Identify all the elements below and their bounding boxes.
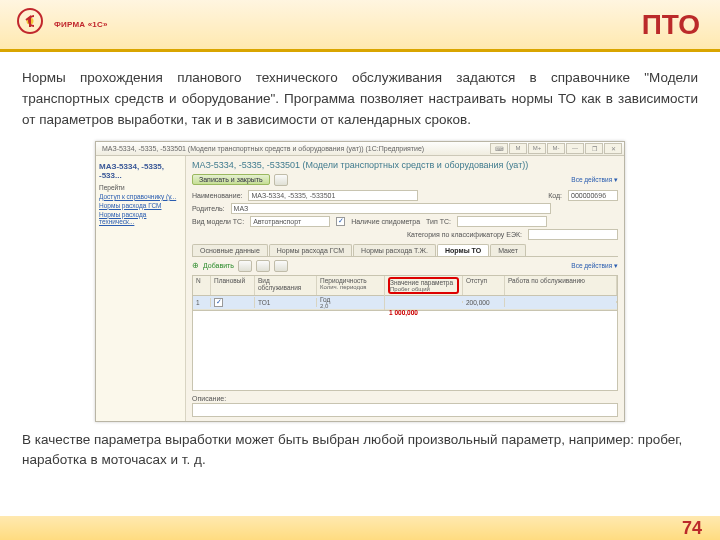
form-pane: МАЗ-5334, -5335, -533501 (Модели транспо… [186, 156, 624, 421]
all-actions-link[interactable]: Все действия ▾ [571, 176, 618, 184]
add-icon[interactable]: ⊕ [192, 261, 199, 270]
page-title: ПТО [642, 9, 700, 41]
tab-main[interactable]: Основные данные [192, 244, 268, 256]
description-label: Описание: [192, 395, 618, 402]
ts-type-label: Тип ТС: [426, 218, 451, 225]
save-close-button[interactable]: Записать и закрыть [192, 174, 270, 185]
tabs: Основные данные Нормы расхода ГСМ Нормы … [192, 244, 618, 257]
tab-layout[interactable]: Макет [490, 244, 526, 256]
left-nav-pane: МАЗ-5334, -5335, -533... Перейти Доступ … [96, 156, 186, 421]
col-work: Работа по обслуживанию [505, 276, 617, 295]
restore-icon[interactable]: ❐ [585, 143, 603, 154]
mem-mp[interactable]: М+ [528, 143, 546, 154]
highlighted-column: Значение параметра Пробег общий [388, 277, 459, 294]
page-number: 74 [682, 518, 702, 539]
grid-all-actions[interactable]: Все действия ▾ [571, 262, 618, 270]
move-up-icon[interactable] [256, 260, 270, 272]
intro-paragraph: Нормы прохождения планового технического… [0, 52, 720, 139]
col-period: Периодичность Колич. периодов [317, 276, 385, 295]
parent-label: Родитель: [192, 205, 225, 212]
tab-gsm[interactable]: Нормы расхода ГСМ [269, 244, 352, 256]
move-down-icon[interactable] [274, 260, 288, 272]
ezk-field[interactable] [528, 229, 618, 240]
minimize-icon[interactable]: — [566, 143, 584, 154]
logo-subtitle: ФИРМА «1С» [54, 20, 108, 29]
document-title: МАЗ-5334, -5335, -533501 (Модели транспо… [192, 160, 618, 170]
nav-section-label: Перейти [99, 184, 182, 191]
code-field[interactable]: 000000696 [568, 190, 618, 201]
mem-mm[interactable]: М- [547, 143, 565, 154]
description-field[interactable] [192, 403, 618, 417]
name-label: Наименование: [192, 192, 242, 199]
nav-heading: МАЗ-5334, -5335, -533... [99, 162, 182, 180]
close-icon[interactable]: ✕ [604, 143, 622, 154]
logo: ФИРМА «1С» [10, 5, 108, 45]
app-screenshot: МАЗ-5334, -5335, -533501 (Модели транспо… [95, 141, 625, 422]
logo-1c-icon [10, 5, 50, 45]
nav-link-gsm[interactable]: Нормы расхода ГСМ [99, 202, 182, 209]
parent-field[interactable]: МАЗ [231, 203, 551, 214]
tab-to[interactable]: Нормы ТО [437, 244, 489, 256]
nav-link-access[interactable]: Доступ к справочнику (у... [99, 193, 182, 200]
slide-header: ФИРМА «1С» ПТО [0, 0, 720, 52]
col-service: Вид обслуживания [255, 276, 317, 295]
code-label: Код: [548, 192, 562, 199]
footer-paragraph: В качестве параметра выработки может быт… [0, 422, 720, 471]
speedometer-checkbox[interactable]: ✓ [336, 217, 345, 226]
mem-m[interactable]: М [509, 143, 527, 154]
grid-empty-area [192, 311, 618, 391]
table-row[interactable]: 1 ✓ ТО1 Год 2,0 1 000,000 200,000 [193, 296, 617, 310]
name-field[interactable]: МАЗ-5334, -5335, -533501 [248, 190, 418, 201]
window-titlebar: МАЗ-5334, -5335, -533501 (Модели транспо… [96, 142, 624, 156]
add-button[interactable]: Добавить [203, 262, 234, 269]
save-icon[interactable] [274, 174, 288, 186]
speedometer-label: Наличие спидометра [351, 218, 420, 225]
col-plan: Плановый [211, 276, 255, 295]
to-grid: N Плановый Вид обслуживания Периодичност… [192, 275, 618, 311]
plan-checkbox[interactable]: ✓ [214, 298, 223, 307]
col-n: N [193, 276, 211, 295]
col-offset: Отступ [463, 276, 505, 295]
ezk-label: Категория по классификатору ЕЭК: [407, 231, 522, 238]
tab-tz[interactable]: Нормы расхода Т.Ж. [353, 244, 436, 256]
slide-footer: 74 [0, 516, 720, 540]
window-title: МАЗ-5334, -5335, -533501 (Модели транспо… [102, 145, 424, 152]
nav-link-tech[interactable]: Нормы расхода техническ... [99, 211, 182, 225]
highlighted-value: 1 000,000 [389, 309, 418, 316]
model-type-label: Вид модели ТС: [192, 218, 244, 225]
delete-icon[interactable] [238, 260, 252, 272]
col-param: Значение параметра Пробег общий [385, 276, 463, 295]
ts-type-field[interactable] [457, 216, 547, 227]
calc-icon[interactable]: ⌨ [490, 143, 508, 154]
model-type-field[interactable]: Автотранспорт [250, 216, 330, 227]
